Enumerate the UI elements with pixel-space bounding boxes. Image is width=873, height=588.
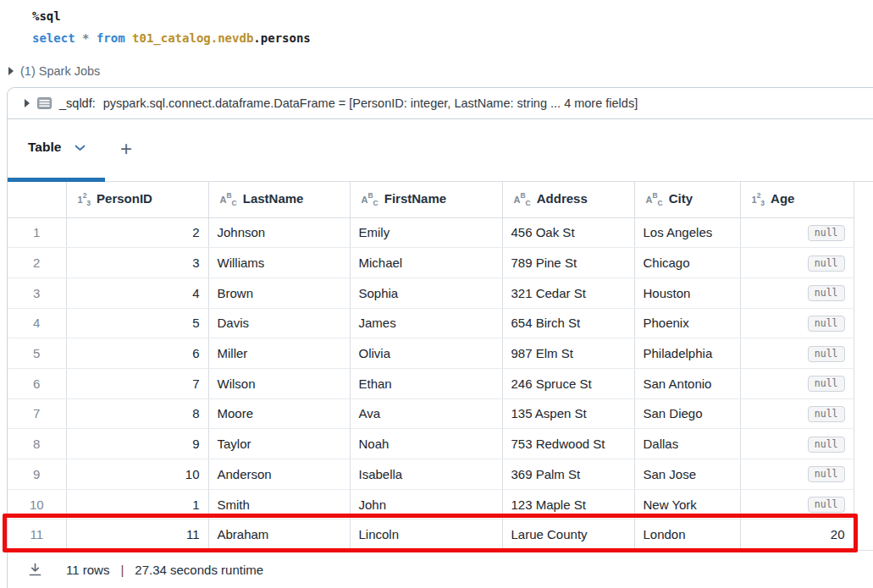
- cell-LastName: Miller: [208, 338, 350, 369]
- cell-PersonID: 10: [66, 459, 208, 490]
- results-table: 123PersonIDABCLastNameABCFirstNameABCAdd…: [8, 182, 854, 550]
- column-header-label: PersonID: [97, 191, 152, 206]
- row-number-cell: 7: [8, 398, 66, 429]
- string-type-icon: ABC: [514, 191, 531, 207]
- table-row: 910AndersonIsabella369 Palm StSan Josenu…: [8, 459, 854, 490]
- column-header-FirstName[interactable]: ABCFirstName: [350, 182, 502, 217]
- row-count-label: 11 rows: [66, 563, 109, 577]
- cell-Address: Larue County: [502, 519, 634, 550]
- chevron-down-icon[interactable]: [75, 145, 86, 151]
- sql-keyword-from: from: [97, 31, 125, 45]
- row-number-cell: 1: [8, 217, 66, 248]
- cell-LastName: Wilson: [208, 368, 350, 398]
- cell-FirstName: James: [350, 308, 502, 338]
- row-number-cell: 8: [8, 429, 66, 459]
- tab-table[interactable]: Table: [28, 140, 86, 155]
- column-header-Age[interactable]: 123Age: [740, 182, 854, 217]
- sql-statement-line: select * from t01_catalog.nevdb.persons: [32, 27, 311, 49]
- results-panel: _sqldf: pyspark.sql.connect.dataframe.Da…: [7, 87, 873, 588]
- cell-Address: 753 Redwood St: [502, 429, 634, 459]
- null-value-badge: null: [808, 466, 845, 482]
- code-editor[interactable]: %sqlselect * from t01_catalog.nevdb.pers…: [32, 5, 311, 49]
- table-row: 67WilsonEthan246 Spruce StSan Antonionul…: [8, 368, 854, 398]
- table-body: 12JohnsonEmily456 Oak StLos Angelesnull2…: [8, 217, 854, 550]
- column-header-LastName[interactable]: ABCLastName: [208, 182, 350, 217]
- cell-City: Los Angeles: [634, 217, 740, 248]
- cell-City: Dallas: [634, 429, 740, 459]
- null-value-badge: null: [808, 316, 845, 332]
- column-header-City[interactable]: ABCCity: [634, 182, 740, 217]
- numeric-type-icon: 123: [752, 191, 765, 207]
- expander-triangle-icon[interactable]: [25, 99, 30, 107]
- results-footer: 11 rows | 27.34 seconds runtime: [8, 550, 873, 588]
- add-visualization-button[interactable]: +: [120, 136, 132, 162]
- column-header-label: LastName: [243, 191, 304, 206]
- table-header-row: 123PersonIDABCLastNameABCFirstNameABCAdd…: [8, 182, 854, 217]
- table-row: 56MillerOlivia987 Elm StPhiladelphianull: [8, 338, 854, 369]
- null-value-badge: null: [808, 256, 845, 272]
- sqldf-expander[interactable]: _sqldf: pyspark.sql.connect.dataframe.Da…: [8, 88, 873, 119]
- spark-jobs-label: (1) Spark Jobs: [20, 64, 100, 78]
- cell-Address: 123 Maple St: [502, 489, 634, 519]
- spark-jobs-expander[interactable]: (1) Spark Jobs: [8, 64, 100, 78]
- table-row: 1111AbrahamLincolnLarue CountyLondon20: [8, 519, 854, 550]
- null-value-badge: null: [808, 497, 845, 513]
- cell-PersonID: 11: [66, 519, 208, 550]
- row-number-cell: 11: [8, 519, 66, 550]
- cell-LastName: Abraham: [208, 519, 350, 550]
- cell-FirstName: Ava: [350, 398, 502, 429]
- column-header-PersonID[interactable]: 123PersonID: [66, 182, 208, 217]
- cell-Address: 246 Spruce St: [502, 368, 634, 398]
- cell-PersonID: 6: [66, 338, 208, 369]
- active-tab-underline: [8, 178, 105, 182]
- table-row: 101SmithJohn123 Maple StNew Yorknull: [8, 489, 854, 519]
- cell-City: Houston: [634, 278, 740, 308]
- numeric-type-icon: 123: [78, 191, 91, 207]
- string-type-icon: ABC: [646, 191, 663, 207]
- footer-separator: |: [120, 563, 124, 577]
- row-number-cell: 3: [8, 278, 66, 308]
- column-header-Address[interactable]: ABCAddress: [502, 182, 634, 217]
- row-number-cell: 6: [8, 368, 66, 398]
- download-results-button[interactable]: [28, 563, 42, 577]
- cell-Age: null: [740, 459, 854, 490]
- null-value-badge: null: [808, 225, 845, 241]
- cell-Age: null: [740, 429, 854, 459]
- cell-PersonID: 1: [66, 489, 208, 519]
- cell-Age: null: [740, 278, 854, 308]
- cell-Address: 135 Aspen St: [502, 398, 634, 429]
- row-number-cell: 5: [8, 338, 66, 369]
- null-value-badge: null: [808, 285, 845, 301]
- cell-FirstName: Isabella: [350, 459, 502, 490]
- cell-Address: 789 Pine St: [502, 248, 634, 278]
- cell-FirstName: John: [350, 489, 502, 519]
- cell-LastName: Taylor: [208, 429, 350, 459]
- table-row: 23WilliamsMichael789 Pine StChicagonull: [8, 248, 854, 278]
- runtime-label: 27.34 seconds runtime: [135, 563, 263, 577]
- cell-Address: 321 Cedar St: [502, 278, 634, 308]
- cell-Age: null: [740, 338, 854, 369]
- null-value-badge: null: [808, 437, 845, 453]
- sqldf-variable-name: _sqldf:: [59, 96, 96, 110]
- table-row: 89TaylorNoah753 Redwood StDallasnull: [8, 429, 854, 459]
- null-value-badge: null: [808, 346, 845, 362]
- magic-command-line: %sql: [32, 5, 311, 27]
- cell-FirstName: Noah: [350, 429, 502, 459]
- cell-Age: null: [740, 398, 854, 429]
- cell-PersonID: 7: [66, 368, 208, 398]
- expander-triangle-icon[interactable]: [8, 67, 14, 75]
- magic-command: %sql: [32, 9, 61, 23]
- cell-FirstName: Lincoln: [350, 519, 502, 550]
- cell-City: San Diego: [634, 398, 740, 429]
- row-number-header: [8, 182, 66, 217]
- dataframe-table-icon: [37, 97, 52, 109]
- null-value-badge: null: [808, 376, 845, 392]
- cell-PersonID: 8: [66, 398, 208, 429]
- table-row: 12JohnsonEmily456 Oak StLos Angelesnull: [8, 217, 854, 248]
- cell-FirstName: Ethan: [350, 368, 502, 398]
- column-header-label: City: [669, 191, 693, 206]
- cell-City: Chicago: [634, 248, 740, 278]
- cell-Age: 20: [740, 519, 854, 550]
- cell-LastName: Johnson: [208, 217, 350, 248]
- cell-PersonID: 3: [66, 248, 208, 278]
